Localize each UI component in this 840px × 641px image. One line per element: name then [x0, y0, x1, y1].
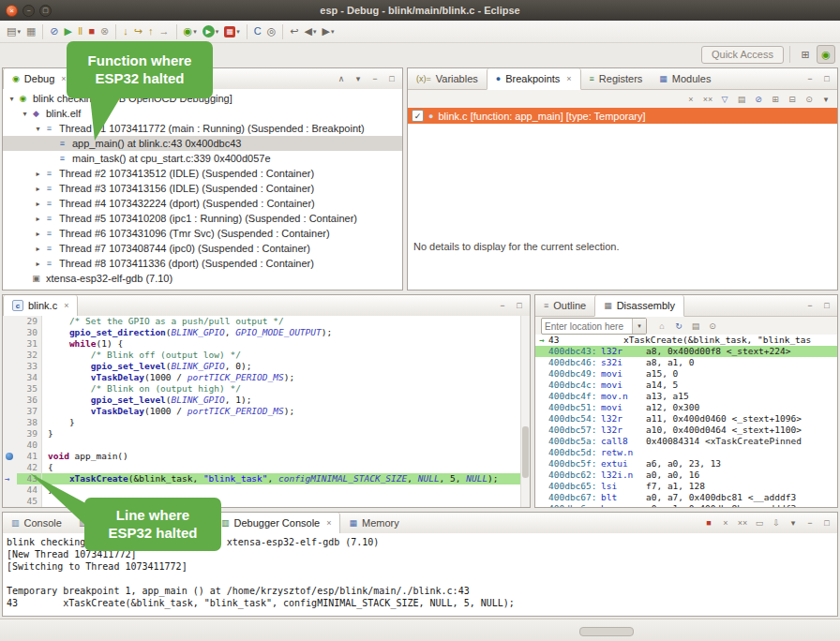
maximize-button[interactable]: □ [512, 298, 527, 313]
debug-tree-row[interactable]: ▸≡Thread #8 1073411336 (dport) (Suspende… [3, 256, 402, 271]
expanded-arrow-icon[interactable]: ▾ [20, 110, 30, 118]
editor-body[interactable]: 29 /* Set the GPIO as a push/pull output… [3, 316, 530, 507]
disassembly-instruction-line[interactable]: 400dbc67:blta0, a7, 0x400dbc81 <__adddf3 [535, 492, 837, 503]
code-line[interactable]: while(1) { [42, 338, 530, 350]
disassembly-instruction-line[interactable]: 400dbc62:l32i.na0, a0, 16 [535, 470, 837, 481]
inspector-tab-breakpoints[interactable]: ●Breakpoints× [487, 68, 581, 90]
disassembly-tab-disassembly[interactable]: ▦Disassembly [594, 295, 684, 317]
last-edit-location-button[interactable]: ↩ [287, 22, 301, 41]
disassembly-instruction-line[interactable]: 400dbc5d:retw.n [535, 447, 837, 458]
editor-marker-ruler[interactable] [3, 417, 17, 428]
terminate-button[interactable]: ■ [701, 515, 716, 530]
disassembly-instruction-line[interactable]: 400dbc51:movia12, 0x300 [535, 402, 837, 413]
open-perspective-button[interactable]: ⊞ [796, 45, 815, 64]
breakpoint-checkbox[interactable]: ✓ [412, 110, 424, 122]
disassembly-instruction-line[interactable]: 400dbc65:lsif7, a1, 128 [535, 481, 837, 492]
editor-marker-ruler[interactable] [3, 496, 17, 507]
code-line[interactable]: xTaskCreate(&blink_task, "blink_task", c… [42, 473, 530, 484]
close-icon[interactable]: × [566, 74, 571, 83]
maximize-button[interactable]: □ [819, 298, 834, 313]
collapse-all-button[interactable]: ∧ [334, 71, 349, 86]
disassembly-instruction-line[interactable]: 400dbc4c:movia14, 5 [535, 380, 837, 391]
code-line[interactable]: void app_main() [42, 451, 530, 462]
code-line[interactable]: /* Set the GPIO as a push/pull output */ [42, 316, 530, 327]
suspend-button[interactable]: Ⅱ [75, 22, 85, 41]
collapsed-arrow-icon[interactable]: ▸ [33, 170, 43, 178]
debug-perspective-button[interactable]: ◉ [817, 45, 835, 64]
code-line[interactable]: gpio_set_level(BLINK_GPIO, 1); [42, 395, 530, 406]
skip-all-breakpoints-button[interactable]: ⊘ [47, 22, 61, 41]
expanded-arrow-icon[interactable]: ▾ [7, 95, 17, 103]
show-source-button[interactable]: ▤ [688, 319, 703, 334]
editor-marker-ruler[interactable] [3, 451, 17, 462]
editor-marker-ruler[interactable] [3, 462, 17, 473]
collapsed-arrow-icon[interactable]: ▸ [33, 215, 43, 223]
debug-tree-row[interactable]: ▸≡Thread #6 1073431096 (Tmr Svc) (Suspen… [3, 226, 402, 241]
minimize-button[interactable]: − [495, 298, 510, 313]
disassembly-instruction-line[interactable]: 400dbc5f:extuia6, a0, 23, 13 [535, 458, 837, 470]
debug-tree-row[interactable]: ≡main_task() at cpu_start.c:339 0x400d05… [3, 151, 402, 166]
remove-all-breakpoints-button[interactable]: ×× [700, 92, 715, 107]
debug-tree-row[interactable]: ▾≡Thread #1 1073411772 (main : Running) … [3, 121, 402, 136]
disassembly-instruction-line[interactable]: 400dbc4f:mov.na13, a15 [535, 391, 837, 402]
save-button[interactable]: ▦ [23, 22, 38, 41]
minimize-button[interactable]: − [802, 298, 818, 313]
maximize-button[interactable]: □ [819, 71, 834, 86]
disassembly-instruction-line[interactable]: 400dbc5a:call80x40084314 <xTaskCreatePin… [535, 436, 837, 447]
minimize-button[interactable]: − [802, 515, 818, 530]
code-line[interactable] [42, 440, 530, 451]
collapsed-arrow-icon[interactable]: ▸ [33, 185, 43, 193]
inspector-tab-registers[interactable]: ≡Registers [581, 68, 652, 89]
debug-tree-row[interactable]: ▸≡Thread #2 1073413512 (IDLE) (Suspended… [3, 166, 402, 181]
collapsed-arrow-icon[interactable]: ▸ [33, 245, 43, 253]
location-input[interactable] [542, 321, 632, 332]
editor-tab-blink-c[interactable]: cblink.c× [3, 295, 78, 317]
close-button[interactable]: × [6, 5, 18, 17]
inspector-tab-variables[interactable]: (x)=Variables [408, 68, 487, 89]
refresh-button[interactable]: ↻ [671, 319, 686, 334]
code-line[interactable]: gpio_set_direction(BLINK_GPIO, GPIO_MODE… [42, 327, 530, 338]
skip-all-breakpoints-button[interactable]: ⊘ [751, 92, 766, 107]
console-menu-button[interactable]: ▾ [786, 515, 801, 530]
code-line[interactable]: gpio_set_level(BLINK_GPIO, 0); [42, 361, 530, 372]
debug-tree-row[interactable]: ▣xtensa-esp32-elf-gdb (7.10) [3, 271, 402, 286]
forward-button[interactable]: ▶▾ [319, 22, 337, 41]
debug-tree-row[interactable]: ▾◆blink.elf [3, 106, 402, 121]
step-return-button[interactable]: ↑ [145, 22, 157, 41]
code-line[interactable]: } [42, 428, 530, 440]
run-button[interactable]: ▶▾ [200, 22, 222, 41]
external-tools-button[interactable]: ▦▾ [221, 22, 243, 41]
minimize-button[interactable]: − [22, 5, 35, 17]
go-to-file-button[interactable]: ▤ [734, 92, 749, 107]
editor-marker-ruler[interactable] [3, 484, 17, 496]
close-icon[interactable]: × [61, 74, 66, 83]
code-line[interactable]: /* Blink off (output low) */ [42, 350, 530, 361]
maximize-button[interactable]: □ [819, 515, 834, 530]
inspector-tab-modules[interactable]: ▦Modules [651, 68, 719, 89]
console-tab-memory[interactable]: ▦Memory [340, 513, 407, 533]
step-over-button[interactable]: ↪ [131, 22, 145, 41]
debug-button[interactable]: ◉▾ [181, 22, 200, 41]
disassembly-instruction-line[interactable]: 400dbc46:s32ia8, a1, 0 [535, 357, 837, 368]
editor-marker-ruler[interactable] [3, 350, 17, 361]
link-with-debug-button[interactable]: ⊙ [802, 92, 817, 107]
new-c-project-button[interactable]: C [251, 22, 264, 41]
editor-marker-ruler[interactable] [3, 383, 17, 395]
editor-marker-ruler[interactable] [3, 428, 17, 440]
debug-tree-row[interactable]: ▸≡Thread #7 1073408744 (ipc0) (Suspended… [3, 241, 402, 256]
collapsed-arrow-icon[interactable]: ▸ [33, 200, 43, 208]
console-tab-debugger-console[interactable]: ▥Debugger Console× [212, 513, 341, 534]
code-line[interactable]: { [42, 462, 530, 473]
sash-horizontal-middle[interactable] [0, 291, 840, 294]
collapse-all-button[interactable]: ⊟ [785, 92, 800, 107]
collapsed-arrow-icon[interactable]: ▸ [33, 260, 43, 268]
terminate-button[interactable]: ■ [85, 22, 98, 41]
disassembly-instruction-line[interactable]: 400dbc57:l32ra10, 0x400d0464 <_stext+110… [535, 425, 837, 436]
editor-marker-ruler[interactable]: → [3, 473, 17, 484]
show-breakpoints-for-target-button[interactable]: ▽ [717, 92, 732, 107]
remove-all-terminated-button[interactable]: ×× [735, 515, 750, 530]
disassembly-instruction-line[interactable]: 400dbc49:movia15, 0 [535, 368, 837, 380]
code-line[interactable]: } [42, 417, 530, 428]
sync-selection-button[interactable]: ⊙ [705, 319, 720, 334]
remove-launch-button[interactable]: × [718, 515, 733, 530]
